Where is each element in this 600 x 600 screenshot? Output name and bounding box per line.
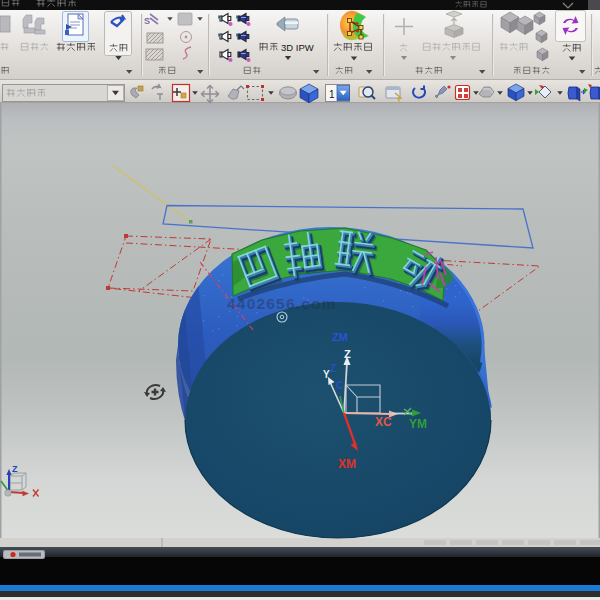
svg-text:4402656.com: 4402656.com xyxy=(227,295,337,312)
svg-text:Y: Y xyxy=(323,369,330,380)
svg-text:S: S xyxy=(144,16,150,26)
svg-text:3D IPW: 3D IPW xyxy=(281,42,314,53)
svg-text:Z: Z xyxy=(330,363,336,374)
svg-text:C: C xyxy=(336,380,343,391)
svg-text:Z: Z xyxy=(344,348,351,360)
svg-text:YM: YM xyxy=(409,417,427,431)
svg-text:XM: XM xyxy=(338,457,356,471)
svg-text:ZM: ZM xyxy=(332,331,348,343)
svg-text:XC: XC xyxy=(375,415,392,429)
svg-text:1: 1 xyxy=(329,89,335,100)
svg-text:Z: Z xyxy=(12,464,18,474)
